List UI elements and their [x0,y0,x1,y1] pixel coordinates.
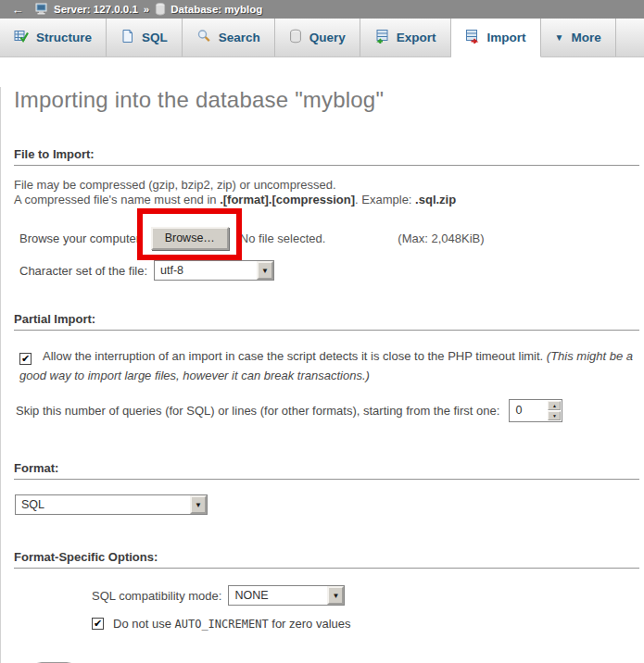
tab-more-label: More [572,31,601,44]
skip-queries-value: 0 [510,400,547,421]
spinner-down-icon[interactable]: ▼ [548,411,561,420]
format-select[interactable]: SQL ▼ [15,494,208,515]
sql-icon [120,29,134,46]
server-breadcrumb-bar: ← Server: 127.0.0.1 » Database: myblog [0,0,644,19]
structure-icon [14,29,29,46]
tab-query[interactable]: Query [275,19,360,56]
file-compress-help: File may be compressed (gzip, bzip2, zip… [14,178,639,207]
zero-values-row: ✔ Do not use AUTO_INCREMENT for zero val… [92,617,639,631]
charset-row: Character set of the file: utf-8 ▼ [19,260,639,281]
section-title-format: Format: [14,461,639,480]
skip-queries-row: Skip this number of queries (for SQL) or… [16,399,639,422]
sql-compatibility-select[interactable]: NONE ▼ [228,585,345,606]
browse-button[interactable]: Browse… [151,227,229,250]
file-compress-line1: File may be compressed (gzip, bzip2, zip… [14,178,336,192]
breadcrumb-separator: » [144,4,149,15]
database-icon [155,3,166,16]
max-size-note: (Max: 2,048KiB) [398,231,484,245]
section-title-format-specific: Format-Specific Options: [14,550,639,569]
charset-select[interactable]: utf-8 ▼ [154,260,274,281]
section-title-partial-import: Partial Import: [14,312,639,331]
skip-queries-input[interactable]: 0 ▲ ▼ [509,399,562,422]
tab-import[interactable]: Import [451,19,541,57]
tab-structure-label: Structure [36,31,92,44]
zero-values-code: AUTO_INCREMENT [175,618,269,631]
tab-structure[interactable]: Structure [0,19,107,56]
import-page: Importing into the database "myblog" Fil… [0,87,644,663]
tab-export-label: Export [397,31,436,44]
tab-bar-filler [616,19,644,56]
charset-select-value: utf-8 [155,261,257,280]
tab-bar: Structure SQL Search Query Export Import… [0,19,644,57]
file-name-rule-format: .[format].[compression] [220,193,355,206]
tab-search-label: Search [219,31,260,44]
tab-sql-label: SQL [142,31,168,44]
allow-interruption-checkbox[interactable]: ✔ [19,353,32,365]
breadcrumb-database-label: Database: myblog [170,4,262,15]
chevron-down-icon: ▼ [555,32,564,43]
search-icon [196,29,211,46]
format-select-arrow-icon[interactable]: ▼ [190,495,207,514]
import-icon [465,29,480,46]
skip-queries-spinner: ▲ ▼ [547,400,562,421]
file-name-rule-example: .sql.zip [415,193,456,206]
zero-values-checkbox[interactable]: ✔ [92,618,104,630]
browse-row: Browse your computer: Browse… No file se… [19,227,639,250]
tab-import-label: Import [487,31,526,44]
query-icon [289,29,302,46]
charset-label: Character set of the file: [19,264,147,278]
back-arrow-icon[interactable]: ← [6,3,30,17]
sql-compatibility-label: SQL compatibility mode: [92,589,221,603]
tab-more[interactable]: ▼ More [541,19,616,56]
format-select-value: SQL [16,495,190,514]
tab-export[interactable]: Export [360,19,451,56]
spinner-up-icon[interactable]: ▲ [548,401,561,410]
zero-values-prefix: Do not use [113,617,175,631]
tab-query-label: Query [309,31,346,44]
zero-values-suffix: for zero values [269,617,351,631]
page-title: Importing into the database "myblog" [14,87,644,113]
section-title-file-to-import: File to Import: [14,147,639,166]
breadcrumb-database[interactable]: Database: myblog [155,3,262,16]
breadcrumb-server-label: Server: 127.0.0.1 [54,4,138,15]
export-icon [374,29,389,46]
sql-compatibility-row: SQL compatibility mode: NONE ▼ [92,585,639,606]
browse-label: Browse your computer: [19,231,144,245]
allow-interruption-label: Allow the interruption of an import in c… [43,349,547,363]
tab-sql[interactable]: SQL [107,19,183,56]
skip-queries-label: Skip this number of queries (for SQL) or… [16,404,499,418]
zero-values-label: Do not use AUTO_INCREMENT for zero value… [113,617,351,631]
browse-button-wrap: Browse… [151,227,229,250]
file-name-rule-prefix: A compressed file's name must end in [14,193,220,206]
charset-select-arrow-icon[interactable]: ▼ [257,261,273,280]
no-file-selected-text: No file selected. [240,231,326,245]
sql-compatibility-value: NONE [229,586,327,605]
tab-search[interactable]: Search [183,19,275,56]
file-name-rule-mid: . Example: [355,193,415,206]
sql-compatibility-arrow-icon[interactable]: ▼ [327,586,344,605]
server-icon [35,3,49,16]
allow-interruption-row: ✔Allow the interruption of an import in … [19,346,635,385]
breadcrumb-server[interactable]: Server: 127.0.0.1 [35,3,138,16]
